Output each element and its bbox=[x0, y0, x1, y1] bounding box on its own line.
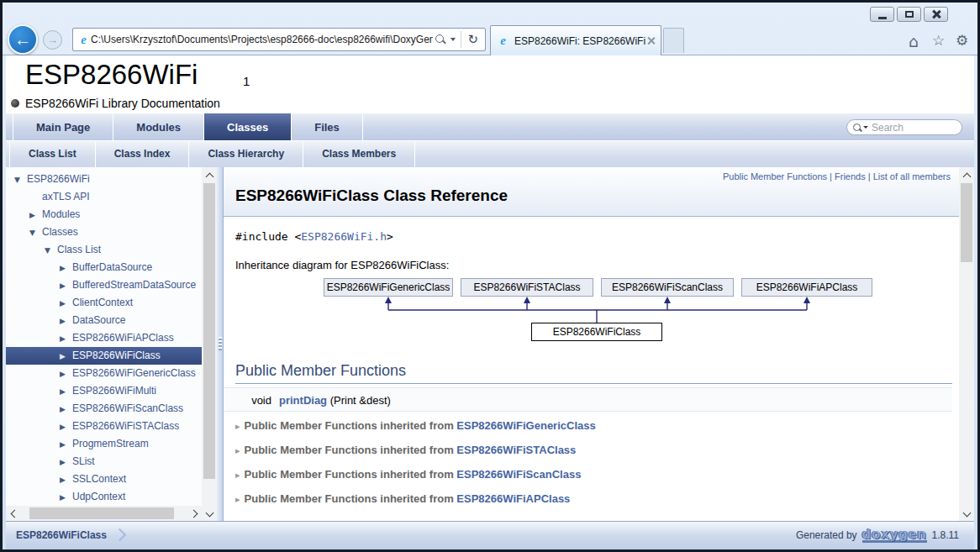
tree-item-datasource[interactable]: ▶DataSource bbox=[6, 312, 202, 329]
scroll-left-icon[interactable] bbox=[6, 507, 20, 521]
favorites-icon[interactable] bbox=[932, 32, 945, 49]
tab-class-list[interactable]: Class List bbox=[9, 141, 96, 167]
scrollbar-thumb[interactable] bbox=[203, 183, 215, 479]
search-input[interactable] bbox=[872, 122, 956, 134]
tree-expand-icon[interactable]: ▶ bbox=[60, 383, 72, 401]
tree-expand-icon[interactable]: ▶ bbox=[60, 313, 72, 330]
tree-expand-icon[interactable]: ▼ bbox=[29, 224, 42, 242]
nav-path-footer: ESP8266WiFiClass Generated by doxygen 1.… bbox=[6, 521, 974, 548]
address-bar[interactable]: C:\Users\Krzysztof\Documents\Projects\es… bbox=[72, 28, 486, 51]
panel-splitter[interactable] bbox=[217, 167, 224, 521]
inherited-class-link[interactable]: ESP8266WiFiGenericClass bbox=[456, 419, 595, 432]
scroll-right-icon[interactable] bbox=[187, 507, 202, 521]
tree-item-esp8266wifiscanclass[interactable]: ▶ESP8266WiFiScanClass bbox=[6, 400, 202, 418]
scroll-up-icon[interactable] bbox=[959, 167, 974, 182]
tree-item-progmemstream[interactable]: ▶ProgmemStream bbox=[6, 435, 202, 453]
home-icon[interactable] bbox=[909, 32, 919, 50]
breadcrumb[interactable]: ESP8266WiFiClass bbox=[16, 529, 107, 541]
tree-expand-icon[interactable]: ▶ bbox=[60, 260, 72, 277]
back-button[interactable]: ← bbox=[8, 24, 38, 55]
new-tab-button[interactable] bbox=[663, 28, 684, 53]
tree-item-bufferdatasource[interactable]: ▶BufferDataSource bbox=[6, 259, 202, 276]
search-dropdown-icon[interactable] bbox=[863, 126, 868, 129]
member-link[interactable]: printDiag bbox=[279, 394, 327, 407]
tab-modules[interactable]: Modules bbox=[113, 113, 204, 140]
diagram-node-staclass[interactable]: ESP8266WiFiSTAClass bbox=[461, 278, 593, 297]
tab-class-members[interactable]: Class Members bbox=[303, 141, 415, 167]
scroll-down-icon[interactable] bbox=[959, 506, 974, 521]
tree-expand-icon[interactable]: ▼ bbox=[14, 171, 27, 189]
tab-files[interactable]: Files bbox=[292, 113, 363, 140]
project-logo-icon bbox=[11, 99, 19, 108]
tools-icon[interactable] bbox=[956, 32, 968, 49]
close-button[interactable] bbox=[924, 7, 948, 22]
content-vertical-scrollbar[interactable] bbox=[959, 167, 974, 521]
diagram-node-apclass[interactable]: ESP8266WiFiAPClass bbox=[741, 278, 872, 297]
tree-expand-icon[interactable]: ▶ bbox=[60, 277, 72, 295]
tree-item-udpcontext[interactable]: ▶UdpContext bbox=[6, 488, 202, 506]
inherited-section-genericclass[interactable]: Public Member Functions inherited from E… bbox=[235, 419, 959, 436]
inherited-class-link[interactable]: ESP8266WiFiSTAClass bbox=[456, 444, 576, 456]
tree-item-axtls-api[interactable]: axTLS API bbox=[6, 188, 202, 206]
tab-class-hierarchy[interactable]: Class Hierarchy bbox=[189, 141, 303, 167]
diagram-node-scanclass[interactable]: ESP8266WiFiScanClass bbox=[601, 278, 734, 297]
inherited-section-apclass[interactable]: Public Member Functions inherited from E… bbox=[235, 492, 959, 509]
scroll-down-icon[interactable] bbox=[202, 506, 217, 521]
tree-item-label: Modules bbox=[42, 208, 80, 220]
tree-item-esp8266wifigenericclass[interactable]: ▶ESP8266WiFiGenericClass bbox=[6, 365, 202, 382]
inherited-section-scanclass[interactable]: Public Member Functions inherited from E… bbox=[235, 468, 959, 485]
tree-expand-icon[interactable]: ▶ bbox=[60, 401, 72, 418]
summary-link-public-members[interactable]: Public Member Functions bbox=[723, 171, 827, 181]
tree-item-esp8266wifiapclass[interactable]: ▶ESP8266WiFiAPClass bbox=[6, 329, 202, 347]
tree-expand-icon[interactable]: ▶ bbox=[60, 489, 72, 507]
tree-item-class-list[interactable]: ▼Class List bbox=[6, 241, 202, 259]
tree-item-slist[interactable]: ▶SList bbox=[6, 453, 202, 471]
maximize-button[interactable] bbox=[897, 7, 921, 22]
summary-link-friends[interactable]: Friends bbox=[835, 171, 866, 181]
doxygen-logo[interactable]: doxygen bbox=[862, 528, 927, 543]
include-file-link[interactable]: ESP8266WiFi.h bbox=[301, 230, 387, 243]
scrollbar-thumb[interactable] bbox=[961, 183, 972, 262]
scrollbar-thumb[interactable] bbox=[29, 507, 174, 519]
search-box[interactable] bbox=[846, 119, 962, 135]
scroll-up-icon[interactable] bbox=[202, 167, 217, 182]
tree-vertical-scrollbar[interactable] bbox=[202, 167, 217, 521]
tree-expand-icon[interactable]: ▶ bbox=[60, 348, 72, 365]
tree-expand-icon[interactable]: ▶ bbox=[60, 330, 72, 348]
tree-item-bufferedstreamdatasource[interactable]: ▶BufferedStreamDataSource bbox=[6, 276, 202, 294]
tree-expand-icon[interactable]: ▶ bbox=[60, 471, 72, 489]
tree-item-sslcontext[interactable]: ▶SSLContext bbox=[6, 471, 202, 488]
diagram-node-genericclass[interactable]: ESP8266WiFiGenericClass bbox=[324, 278, 453, 297]
tree-item-esp8266wifistaclass[interactable]: ▶ESP8266WiFiSTAClass bbox=[6, 418, 202, 435]
tree-item-classes[interactable]: ▼Classes bbox=[6, 223, 202, 241]
tree-item-esp8266wifi[interactable]: ▼ESP8266WiFi bbox=[6, 171, 202, 188]
address-dropdown-icon[interactable] bbox=[450, 38, 456, 41]
browser-tab[interactable]: ESP8266WiFi: ESP8266WiFi... bbox=[490, 25, 661, 55]
tree-item-clientcontext[interactable]: ▶ClientContext bbox=[6, 294, 202, 312]
inherited-class-link[interactable]: ESP8266WiFiScanClass bbox=[456, 468, 581, 481]
refresh-icon[interactable] bbox=[464, 32, 482, 47]
tree-item-modules[interactable]: ▶Modules bbox=[6, 206, 202, 223]
tab-close-icon[interactable] bbox=[646, 36, 656, 45]
url-text[interactable]: C:\Users\Krzysztof\Documents\Projects\es… bbox=[91, 34, 433, 45]
tree-item-esp8266wifimulti[interactable]: ▶ESP8266WiFiMulti bbox=[6, 382, 202, 400]
inherited-class-link[interactable]: ESP8266WiFiAPClass bbox=[456, 492, 570, 505]
tab-class-index[interactable]: Class Index bbox=[96, 141, 190, 167]
tree-expand-icon[interactable]: ▶ bbox=[60, 295, 72, 313]
tree-item-esp8266wificlass-selected[interactable]: ▶ESP8266WiFiClass bbox=[6, 347, 202, 365]
tree-expand-icon[interactable]: ▶ bbox=[60, 454, 72, 471]
tree-expand-icon[interactable]: ▶ bbox=[29, 207, 42, 224]
tree-expand-icon[interactable]: ▶ bbox=[60, 365, 72, 383]
tab-main-page[interactable]: Main Page bbox=[13, 113, 113, 140]
summary-link-all-members[interactable]: List of all members bbox=[873, 171, 951, 181]
minimize-button[interactable] bbox=[870, 7, 894, 22]
tree-expand-icon[interactable]: ▶ bbox=[60, 418, 72, 436]
tree-expand-icon[interactable]: ▶ bbox=[60, 436, 72, 454]
window-titlebar[interactable] bbox=[3, 3, 977, 24]
tree-horizontal-scrollbar[interactable] bbox=[6, 506, 202, 521]
address-search-icon[interactable] bbox=[435, 34, 446, 45]
tree-expand-icon[interactable]: ▼ bbox=[45, 242, 57, 260]
inherited-section-staclass[interactable]: Public Member Functions inherited from E… bbox=[235, 444, 959, 460]
tab-classes[interactable]: Classes bbox=[204, 113, 292, 140]
forward-button[interactable]: → bbox=[43, 30, 62, 50]
